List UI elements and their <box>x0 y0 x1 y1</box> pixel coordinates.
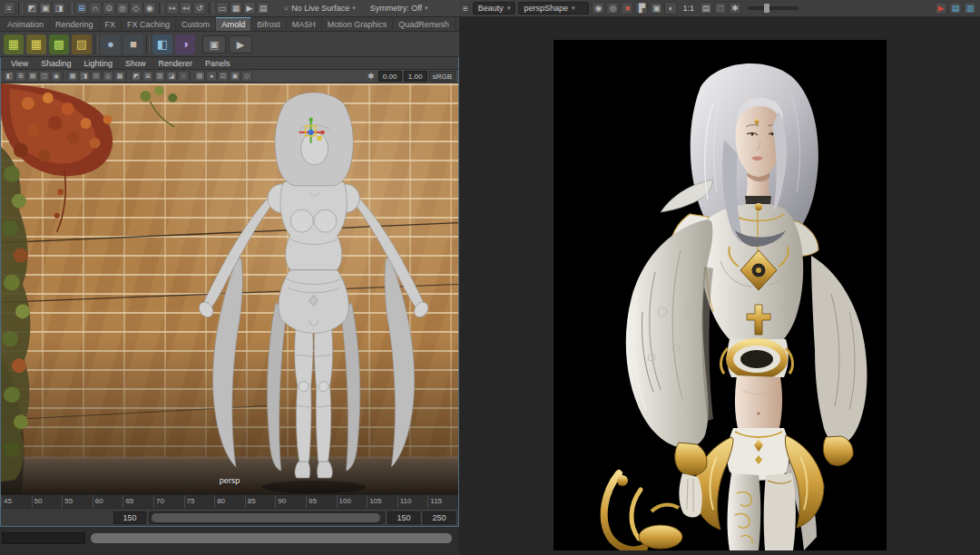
resolution-gate-icon[interactable]: ⊟ <box>91 71 102 82</box>
shelf-cube-icon[interactable]: ■ <box>123 34 143 54</box>
shelf-tab[interactable]: MASH <box>287 18 322 31</box>
wireframe-mode-icon[interactable]: ▥ <box>154 71 165 82</box>
save-image-icon[interactable]: ▥ <box>964 2 976 15</box>
settings-gear-icon[interactable]: ✱ <box>729 2 741 15</box>
range-slider[interactable] <box>149 511 385 524</box>
shelf-grid-yellow-icon[interactable]: ▦ <box>26 34 46 54</box>
render-current-frame-icon[interactable]: ▦ <box>230 2 242 15</box>
ipr-icon[interactable]: ◎ <box>606 2 619 15</box>
shelf-grid-olive-icon[interactable]: ▨ <box>72 34 92 54</box>
start-ipr-icon[interactable]: ▶ <box>935 2 947 15</box>
shelf-tool-light-icon[interactable]: ◧ <box>152 34 172 54</box>
image-plane-icon[interactable]: ◉ <box>51 71 62 82</box>
view-grid-icon[interactable]: ▦ <box>67 71 78 82</box>
symmetry-status[interactable]: Symmetry: Off ▾ <box>370 4 428 13</box>
motion-blur-icon[interactable]: ▣ <box>230 71 240 82</box>
open-render-view-icon[interactable]: ▭ <box>216 2 229 15</box>
shelf-tab[interactable]: Motion Graphics <box>322 18 394 31</box>
panel-menu-item[interactable]: Lighting <box>77 59 119 68</box>
isolate-select-icon[interactable]: ◇ <box>241 71 252 82</box>
shelf-editor-button[interactable]: ▣ <box>202 35 226 54</box>
aov-dropdown[interactable]: Beauty ▾ <box>473 2 516 15</box>
range-slider-handle[interactable] <box>152 513 380 522</box>
time-slider[interactable]: 4550556065707580859095100105110115 <box>1 494 458 508</box>
lock-camera-icon[interactable]: ⊞ <box>15 71 26 82</box>
panel-menu-item[interactable]: View <box>5 59 34 68</box>
shelf-tab[interactable]: Bifrost <box>251 18 287 31</box>
output-connections-icon[interactable]: ↤ <box>180 2 192 15</box>
camera-attributes-icon[interactable]: ▤ <box>27 71 38 82</box>
select-camera-icon[interactable]: ◧ <box>4 71 15 82</box>
shelf-play-button[interactable]: ▶ <box>229 35 252 54</box>
viewport-toolbar: ◧⊞▤◫◉▦◨⊟◎▩◩⊠▥◪○▧●⊡▣◇ ✱ 0.00 1.00 sRGB <box>1 70 458 83</box>
playback-end-field[interactable]: 150 <box>387 511 420 524</box>
film-gate-icon[interactable]: ◨ <box>79 71 90 82</box>
shelf-tab[interactable]: Rendering <box>50 18 100 31</box>
zoom-ratio-label[interactable]: 1:1 <box>680 4 697 13</box>
shelf-tool-shader-icon[interactable]: ◑ <box>175 34 195 54</box>
use-lights-icon[interactable]: ▧ <box>194 71 205 82</box>
playback-start-field[interactable]: 150 <box>113 511 146 524</box>
viewport-canvas[interactable]: persp <box>1 83 458 494</box>
alpha-channel-icon[interactable]: □ <box>714 2 727 15</box>
panel-menu-item[interactable]: Renderer <box>152 59 199 68</box>
shelf-grid-lime-icon[interactable]: ▩ <box>49 34 69 54</box>
safe-action-icon[interactable]: ◩ <box>131 71 142 82</box>
timeline-scrollbar[interactable] <box>91 533 452 543</box>
shelf-tab[interactable]: Arnold <box>216 17 251 31</box>
snap-to-plane-icon[interactable]: ◇ <box>130 2 142 15</box>
shelf-tab[interactable]: QuadRemesh <box>393 18 456 31</box>
select-hierarchy-icon[interactable]: ◩ <box>25 2 38 15</box>
select-object-icon[interactable]: ▣ <box>39 2 52 15</box>
shelf-sphere-icon[interactable]: ● <box>101 34 121 54</box>
exposure-field[interactable]: 0.00 <box>378 71 402 82</box>
gate-mask-icon[interactable]: ◎ <box>103 71 113 82</box>
toolbar-divider <box>68 2 73 15</box>
exposure-slider-thumb[interactable] <box>764 4 769 13</box>
renderview-menu-icon[interactable]: ≡ <box>463 4 468 14</box>
live-surface-status[interactable]: ∪ No Live Surface ▾ <box>284 4 356 13</box>
field-chart-icon[interactable]: ▩ <box>114 71 125 82</box>
construction-history-icon[interactable]: ↺ <box>193 2 206 15</box>
snap-to-point-icon[interactable]: ⊙ <box>103 2 115 15</box>
bookmarks-icon[interactable]: ◫ <box>39 71 50 82</box>
exposure-slider[interactable] <box>748 6 799 10</box>
app-menu-icon[interactable]: ≡ <box>3 2 15 15</box>
animation-end-field[interactable]: 250 <box>423 511 456 524</box>
render-icon[interactable]: ◉ <box>592 2 604 15</box>
shelf-tab[interactable]: Animation <box>2 18 50 31</box>
panel-menu-item[interactable]: Show <box>119 59 152 68</box>
snap-to-center-icon[interactable]: ◎ <box>116 2 129 15</box>
shelf-grid-green-icon[interactable]: ▦ <box>4 34 24 54</box>
select-component-icon[interactable]: ◨ <box>53 2 65 15</box>
shadows-icon[interactable]: ● <box>206 71 217 82</box>
panel-menu-item[interactable]: Panels <box>199 59 237 68</box>
render-settings-icon[interactable]: ▤ <box>257 2 270 15</box>
rendered-image[interactable] <box>554 40 887 550</box>
snap-to-curve-icon[interactable]: ∩ <box>89 2 102 15</box>
shelf-tab[interactable]: FX <box>100 18 122 31</box>
ipr-render-icon[interactable]: ▶ <box>243 2 256 15</box>
region-render-icon[interactable]: ▛ <box>635 2 648 15</box>
input-connections-icon[interactable]: ↦ <box>166 2 179 15</box>
rgb-channel-icon[interactable]: ▤ <box>700 2 712 15</box>
shelf-tab[interactable]: FX Caching <box>122 18 176 31</box>
ab-compare-icon[interactable]: ◐ <box>664 2 677 15</box>
snapshot-icon[interactable]: ▣ <box>650 2 662 15</box>
panel-menu-item[interactable]: Shading <box>34 59 77 68</box>
command-line-input[interactable] <box>2 532 85 544</box>
make-live-icon[interactable]: ◉ <box>143 2 156 15</box>
colorspace-selector[interactable]: sRGB <box>429 71 456 82</box>
camera-dropdown[interactable]: perspShape ▾ <box>518 2 589 15</box>
magnet-icon: ∪ <box>284 5 289 12</box>
safe-title-icon[interactable]: ⊠ <box>142 71 153 82</box>
stop-render-icon[interactable]: ■ <box>621 2 633 15</box>
occlusion-icon[interactable]: ⊡ <box>218 71 229 82</box>
shaded-mode-icon[interactable]: ◪ <box>166 71 177 82</box>
display-settings-icon[interactable]: ✱ <box>368 72 375 81</box>
snap-to-grid-icon[interactable]: ⊞ <box>75 2 88 15</box>
gamma-field[interactable]: 1.00 <box>404 71 427 82</box>
shelf-tab[interactable]: Custom <box>176 18 216 31</box>
textured-mode-icon[interactable]: ○ <box>178 71 189 82</box>
snapshot-gallery-icon[interactable]: ▤ <box>949 2 962 15</box>
